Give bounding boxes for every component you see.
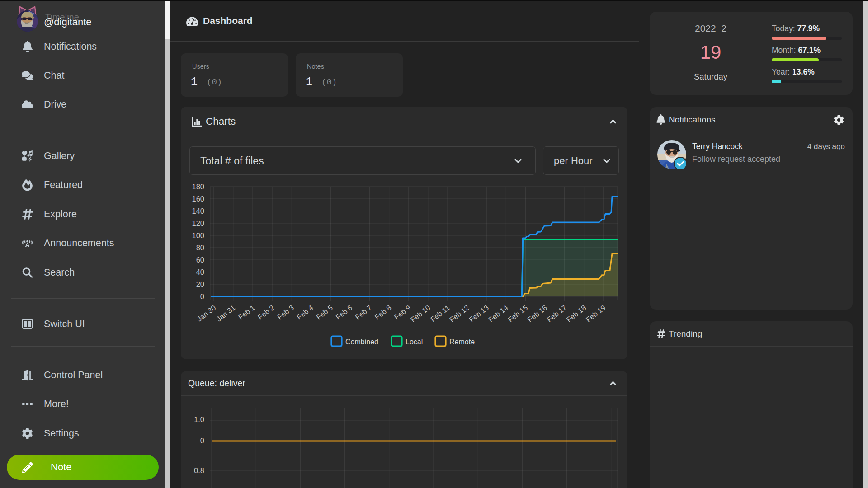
svg-text:Combined: Combined bbox=[345, 338, 378, 346]
svg-text:180: 180 bbox=[192, 183, 204, 191]
svg-text:20: 20 bbox=[196, 280, 204, 288]
svg-text:0: 0 bbox=[200, 292, 204, 300]
svg-text:Feb 15: Feb 15 bbox=[507, 304, 529, 324]
svg-text:0.8: 0.8 bbox=[194, 466, 204, 474]
svg-text:Feb 10: Feb 10 bbox=[409, 304, 432, 324]
svg-text:Feb 11: Feb 11 bbox=[429, 304, 451, 323]
svg-text:0: 0 bbox=[200, 436, 204, 445]
svg-text:60: 60 bbox=[196, 256, 204, 264]
svg-text:Feb 6: Feb 6 bbox=[335, 304, 354, 321]
svg-text:Local: Local bbox=[406, 338, 423, 346]
svg-text:Feb 3: Feb 3 bbox=[276, 304, 295, 321]
svg-text:Feb 13: Feb 13 bbox=[467, 304, 490, 324]
svg-text:Jan 30: Jan 30 bbox=[195, 304, 217, 323]
svg-text:Feb 8: Feb 8 bbox=[373, 304, 393, 321]
svg-text:120: 120 bbox=[192, 219, 204, 227]
svg-text:Feb 14: Feb 14 bbox=[487, 304, 509, 324]
svg-text:160: 160 bbox=[192, 195, 204, 203]
svg-text:Feb 19: Feb 19 bbox=[585, 304, 607, 324]
svg-text:Feb 9: Feb 9 bbox=[393, 304, 412, 321]
svg-text:Feb 16: Feb 16 bbox=[526, 304, 549, 324]
svg-text:Feb 1: Feb 1 bbox=[237, 304, 256, 321]
svg-text:40: 40 bbox=[196, 268, 204, 276]
svg-text:Feb 17: Feb 17 bbox=[546, 304, 568, 324]
svg-text:100: 100 bbox=[192, 231, 204, 239]
svg-text:140: 140 bbox=[192, 207, 204, 215]
svg-text:1.0: 1.0 bbox=[194, 415, 204, 423]
svg-text:Feb 5: Feb 5 bbox=[315, 304, 335, 321]
svg-text:Remote: Remote bbox=[449, 338, 475, 346]
svg-text:Jan 31: Jan 31 bbox=[215, 304, 236, 323]
svg-text:Feb 12: Feb 12 bbox=[448, 304, 471, 324]
svg-text:80: 80 bbox=[196, 244, 204, 252]
svg-text:Feb 18: Feb 18 bbox=[565, 304, 588, 324]
svg-text:Feb 4: Feb 4 bbox=[295, 304, 315, 321]
svg-text:Feb 7: Feb 7 bbox=[354, 304, 373, 321]
svg-text:Feb 2: Feb 2 bbox=[256, 304, 276, 321]
